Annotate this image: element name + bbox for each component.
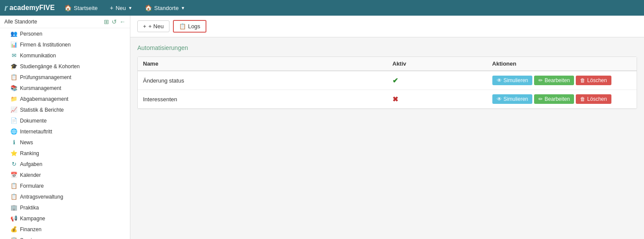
nav-neu[interactable]: + Neu ▼ <box>107 3 135 13</box>
app-logo: racademyFIVE <box>4 3 55 13</box>
grid-icon[interactable]: ⊞ <box>104 18 109 25</box>
automatisierungen-table: Name Aktiv Aktionen Änderung status ✔ <box>137 56 637 109</box>
chevron-down-icon: ▼ <box>128 6 133 10</box>
action-group-row2: 👁 Simulieren ✏ Bearbeiten 🗑 <box>492 94 631 104</box>
sidebar-item-studiengaenge-label: Studiengänge & Kohorten <box>20 63 80 70</box>
abgabe-icon: 📁 <box>10 96 17 102</box>
finanzen-icon: 💰 <box>10 226 17 232</box>
col-aktionen-header: Aktionen <box>487 57 637 71</box>
sidebar-item-praktika[interactable]: 🏢 Praktika <box>0 202 130 213</box>
sidebar-item-kursmanagement[interactable]: 📚 Kursmanagement <box>0 83 130 93</box>
row2-aktiv: ✖ <box>387 90 487 109</box>
internet-icon: 🌐 <box>10 128 17 135</box>
sidebar-item-statistik[interactable]: 📈 Statistik & Berichte <box>0 104 130 115</box>
sidebar-item-personen[interactable]: 👥 Personen <box>0 28 130 39</box>
sidebar-item-finanzen[interactable]: 💰 Finanzen <box>0 224 130 235</box>
sidebar-item-aufgaben-label: Aufgaben <box>20 161 42 167</box>
row1-name: Änderung status <box>138 71 387 90</box>
section-title: Automatisierungen <box>137 44 637 51</box>
sidebar-item-ranking[interactable]: ⭐ Ranking <box>0 148 130 159</box>
sidebar-item-seminare[interactable]: 📋 Seminare <box>0 235 130 239</box>
nav-startseite-label: Startseite <box>74 5 98 11</box>
nav-neu-label: Neu <box>116 5 126 11</box>
table-header: Name Aktiv Aktionen <box>138 57 637 71</box>
news-icon: ℹ <box>10 139 17 146</box>
plus-icon: + <box>110 4 113 11</box>
table-row: Änderung status ✔ 👁 Simulieren <box>138 71 637 90</box>
simulate-button-row2[interactable]: 👁 Simulieren <box>492 94 533 104</box>
row2-aktionen: 👁 Simulieren ✏ Bearbeiten 🗑 <box>487 90 637 109</box>
standorte-icon: 🏠 <box>145 4 152 11</box>
nav-standorte-label: Standorte <box>154 5 179 11</box>
delete-button-row2[interactable]: 🗑 Löschen <box>576 94 611 104</box>
sidebar-item-kalender[interactable]: 📅 Kalender <box>0 169 130 180</box>
sidebar-item-firmen[interactable]: 📊 Firmen & Institutionen <box>0 39 130 50</box>
main-content: Automatisierungen Name Aktiv Aktionen Än… <box>130 37 644 116</box>
edit-button-row1[interactable]: ✏ Bearbeiten <box>534 76 574 85</box>
sidebar-item-kurs-label: Kursmanagement <box>20 85 61 91</box>
action-group-row1: 👁 Simulieren ✏ Bearbeiten 🗑 <box>492 76 631 85</box>
dokumente-icon: 📄 <box>10 117 17 124</box>
sidebar-item-abgabe-label: Abgabemanagement <box>20 96 68 102</box>
statistik-icon: 📈 <box>10 106 17 113</box>
logs-button-label: Logs <box>188 23 200 30</box>
sidebar-item-internet-label: Internetauftritt <box>20 129 52 135</box>
logs-icon: 📋 <box>179 23 186 30</box>
home-icon: 🏠 <box>64 4 72 11</box>
delete-label-row1: Löschen <box>587 77 607 83</box>
sidebar-item-kampagne[interactable]: 📢 Kampagne <box>0 213 130 224</box>
sidebar-item-pruefungsmanagement[interactable]: 📋 Prüfungsmanagement <box>0 72 130 83</box>
simulate-button-row1[interactable]: 👁 Simulieren <box>492 76 533 85</box>
back-icon[interactable]: ← <box>120 18 126 25</box>
studiengaenge-icon: 🎓 <box>10 63 17 70</box>
table-row: Interessenten ✖ 👁 Simulieren <box>138 90 637 109</box>
sidebar-item-formulare[interactable]: 📋 Formulare <box>0 180 130 191</box>
sidebar-item-finanzen-label: Finanzen <box>20 226 41 232</box>
sidebar-item-formulare-label: Formulare <box>20 183 44 189</box>
nav-standorte[interactable]: 🏠 Standorte ▼ <box>142 3 188 13</box>
sidebar-item-kommunikation-label: Kommunikation <box>20 53 56 59</box>
sidebar-item-aufgaben[interactable]: ↻ Aufgaben <box>0 159 130 169</box>
sidebar-item-statistik-label: Statistik & Berichte <box>20 107 64 113</box>
cross-icon: ✖ <box>392 96 398 103</box>
sidebar-item-personen-label: Personen <box>20 31 42 37</box>
pencil-icon-row1: ✏ <box>538 77 543 83</box>
ranking-icon: ⭐ <box>10 150 17 156</box>
sidebar-item-firmen-label: Firmen & Institutionen <box>20 42 71 48</box>
top-nav: racademyFIVE 🏠 Startseite + Neu ▼ 🏠 Stan… <box>0 0 644 16</box>
sidebar-item-news[interactable]: ℹ News <box>0 137 130 148</box>
chevron-down-icon-standorte: ▼ <box>181 6 185 10</box>
refresh-icon[interactable]: ↺ <box>112 18 117 25</box>
trash-icon-row1: 🗑 <box>580 77 585 83</box>
edit-label-row2: Bearbeiten <box>544 96 570 102</box>
col-name-header: Name <box>138 57 387 71</box>
sidebar-item-kampagne-label: Kampagne <box>20 216 45 222</box>
kampagne-icon: 📢 <box>10 215 17 222</box>
logs-button[interactable]: 📋 Logs <box>173 20 206 33</box>
sidebar-item-kommunikation[interactable]: ✉ Kommunikation <box>0 50 130 61</box>
sidebar-item-abgabemanagement[interactable]: 📁 Abgabemanagement <box>0 93 130 104</box>
delete-button-row1[interactable]: 🗑 Löschen <box>576 76 611 85</box>
pencil-icon-row2: ✏ <box>538 96 543 102</box>
sidebar-item-news-label: News <box>20 139 33 146</box>
sidebar-header-icons: ⊞ ↺ ← <box>104 18 126 25</box>
personen-icon: 👥 <box>10 30 17 37</box>
sidebar-item-studiengaenge[interactable]: 🎓 Studiengänge & Kohorten <box>0 61 130 72</box>
nav-startseite[interactable]: 🏠 Startseite <box>62 3 100 13</box>
neu-button[interactable]: + + Neu <box>137 20 169 32</box>
pruefung-icon: 📋 <box>10 74 17 80</box>
row1-aktiv: ✔ <box>387 71 487 90</box>
sidebar-header: Alle Standorte ⊞ ↺ ← <box>0 16 130 28</box>
neu-plus-icon: + <box>143 23 146 30</box>
sidebar-item-dokumente-label: Dokumente <box>20 118 46 124</box>
sidebar-item-internetauftritt[interactable]: 🌐 Internetauftritt <box>0 126 130 137</box>
kalender-icon: 📅 <box>10 172 17 178</box>
sidebar-item-dokumente[interactable]: 📄 Dokumente <box>0 115 130 126</box>
sidebar-item-pruefung-label: Prüfungsmanagement <box>20 74 71 80</box>
check-icon: ✔ <box>392 77 398 84</box>
sidebar-item-praktika-label: Praktika <box>20 205 39 211</box>
edit-button-row2[interactable]: ✏ Bearbeiten <box>534 94 574 104</box>
sidebar-item-kalender-label: Kalender <box>20 172 41 178</box>
trash-icon-row2: 🗑 <box>580 96 585 102</box>
sidebar-item-antragsverwaltung[interactable]: 📋 Antragsverwaltung <box>0 191 130 202</box>
